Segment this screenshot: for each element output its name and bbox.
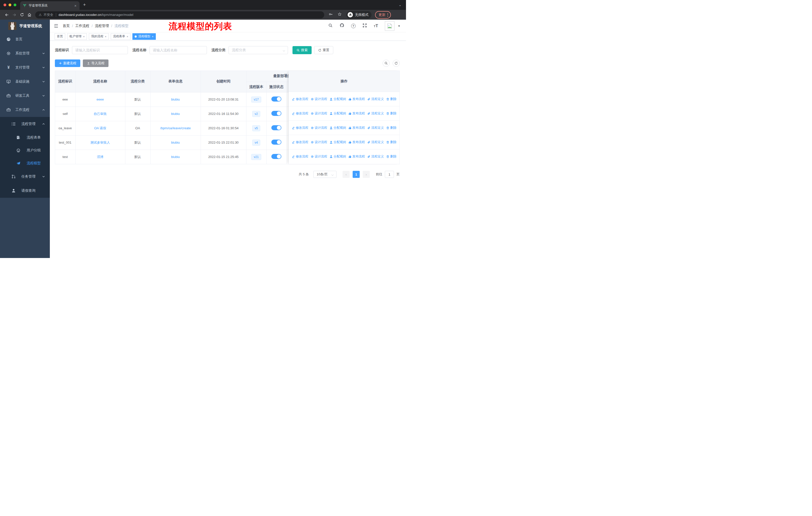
process-definition-link[interactable]: 流程定义 bbox=[367, 126, 384, 130]
design-process-link[interactable]: 设计流程 bbox=[311, 97, 327, 101]
delete-link[interactable]: 删除 bbox=[386, 126, 397, 130]
version-badge[interactable]: v21 bbox=[251, 154, 261, 160]
breadcrumb-home[interactable]: 首页 bbox=[63, 24, 70, 28]
close-window-button[interactable] bbox=[3, 3, 6, 6]
new-tab-button[interactable]: + bbox=[83, 2, 86, 7]
delete-link[interactable]: 删除 bbox=[386, 140, 397, 144]
close-icon[interactable]: × bbox=[83, 35, 85, 38]
active-toggle[interactable] bbox=[271, 154, 282, 159]
form-info-link[interactable]: biubiu bbox=[171, 141, 180, 144]
sidebar-item-process-mgmt[interactable]: 流程管理 bbox=[0, 117, 50, 131]
design-process-link[interactable]: 设计流程 bbox=[311, 155, 327, 159]
not-secure-label[interactable]: 不安全 bbox=[44, 12, 53, 17]
close-icon[interactable]: × bbox=[126, 35, 128, 38]
browser-menu-icon[interactable] bbox=[387, 13, 388, 17]
sidebar-item-user-group[interactable]: 用户分组 bbox=[0, 144, 50, 157]
process-name-link[interactable]: 滔博 bbox=[97, 155, 104, 159]
page-size-select[interactable]: 10条/页 bbox=[313, 171, 337, 178]
breadcrumb-process-mgmt[interactable]: 流程管理 bbox=[95, 24, 109, 28]
delete-link[interactable]: 删除 bbox=[386, 97, 397, 101]
version-badge[interactable]: v17 bbox=[251, 97, 261, 103]
sidebar-item-leave-query[interactable]: 请假查询 bbox=[0, 184, 50, 198]
form-info-link[interactable]: biubiu bbox=[171, 98, 180, 101]
sidebar-item-home[interactable]: 首页 bbox=[0, 32, 50, 46]
browser-update-button[interactable]: 更新 bbox=[375, 11, 391, 19]
assign-rule-link[interactable]: 分配规则 bbox=[329, 126, 346, 130]
delete-link[interactable]: 删除 bbox=[386, 155, 397, 159]
sidebar-collapse-icon[interactable] bbox=[54, 23, 59, 28]
github-icon[interactable] bbox=[340, 23, 344, 29]
sidebar-item-infra[interactable]: 基础设施 bbox=[0, 75, 50, 89]
create-process-button[interactable]: 新建流程 bbox=[55, 59, 80, 67]
publish-process-link[interactable]: 发布流程 bbox=[348, 111, 365, 116]
app-logo[interactable]: 芋道管理系统 bbox=[0, 20, 50, 32]
assign-rule-link[interactable]: 分配规则 bbox=[329, 155, 346, 159]
edit-process-link[interactable]: 修改流程 bbox=[292, 126, 308, 130]
active-toggle[interactable] bbox=[271, 97, 282, 102]
process-name-link[interactable]: eeee bbox=[97, 98, 104, 101]
version-badge[interactable]: v2 bbox=[252, 111, 261, 117]
process-name-link[interactable]: OA 请假 bbox=[94, 126, 106, 130]
sidebar-item-workflow[interactable]: 工作流程 bbox=[0, 103, 50, 117]
sidebar-item-process-form[interactable]: 流程表单 bbox=[0, 131, 50, 144]
address-bar[interactable]: ⚠ 不安全 dashboard.yudao.iocoder.cn/bpm/man… bbox=[35, 11, 324, 19]
fullscreen-icon[interactable] bbox=[362, 23, 367, 29]
close-icon[interactable]: × bbox=[152, 35, 153, 38]
publish-process-link[interactable]: 发布流程 bbox=[348, 126, 365, 130]
help-icon[interactable]: ? bbox=[351, 24, 356, 28]
back-icon[interactable] bbox=[3, 12, 10, 17]
process-definition-link[interactable]: 流程定义 bbox=[367, 111, 384, 116]
sidebar-item-task-mgmt[interactable]: 任务管理 bbox=[0, 169, 50, 184]
sidebar-item-devtools[interactable]: 研发工具 bbox=[0, 89, 50, 103]
design-process-link[interactable]: 设计流程 bbox=[311, 111, 327, 116]
delete-link[interactable]: 删除 bbox=[386, 111, 397, 116]
active-toggle[interactable] bbox=[271, 125, 282, 130]
form-info-link[interactable]: /bpm/oa/leave/create bbox=[160, 126, 191, 130]
password-key-icon[interactable] bbox=[329, 12, 333, 18]
tab-my-process[interactable]: 我的流程× bbox=[89, 33, 109, 40]
active-toggle[interactable] bbox=[271, 111, 282, 116]
tab-home[interactable]: 首页 bbox=[55, 33, 65, 40]
design-process-link[interactable]: 设计流程 bbox=[311, 140, 327, 144]
tab-search-chevron-icon[interactable]: ⌄ bbox=[399, 3, 402, 7]
tab-close-icon[interactable]: × bbox=[74, 4, 77, 7]
assign-rule-link[interactable]: 分配规则 bbox=[329, 111, 346, 116]
assign-rule-link[interactable]: 分配规则 bbox=[329, 97, 346, 101]
publish-process-link[interactable]: 发布流程 bbox=[348, 140, 365, 144]
edit-process-link[interactable]: 修改流程 bbox=[292, 155, 308, 159]
process-definition-link[interactable]: 流程定义 bbox=[367, 97, 384, 101]
process-definition-link[interactable]: 流程定义 bbox=[367, 155, 384, 159]
goto-page-input[interactable] bbox=[385, 171, 394, 178]
toggle-search-button[interactable] bbox=[383, 60, 389, 67]
refresh-table-button[interactable] bbox=[393, 60, 400, 67]
tab-process-model[interactable]: 流程模型× bbox=[133, 33, 155, 40]
reset-button[interactable]: 重置 bbox=[314, 46, 333, 54]
close-icon[interactable]: × bbox=[105, 35, 106, 38]
process-definition-link[interactable]: 流程定义 bbox=[367, 140, 384, 144]
prev-page-button[interactable]: ‹ bbox=[343, 171, 350, 178]
avatar-caret-icon[interactable]: ▼ bbox=[398, 24, 401, 27]
page-1-button[interactable]: 1 bbox=[353, 171, 360, 178]
next-page-button[interactable]: › bbox=[363, 171, 370, 178]
search-icon[interactable] bbox=[328, 23, 333, 29]
breadcrumb-workflow[interactable]: 工作流程 bbox=[75, 24, 89, 28]
process-name-link[interactable]: 测试多审批人 bbox=[90, 141, 110, 144]
form-info-link[interactable]: biubiu bbox=[171, 155, 180, 159]
zoom-window-button[interactable] bbox=[13, 3, 17, 6]
bookmark-star-icon[interactable] bbox=[338, 12, 342, 18]
process-name-input[interactable] bbox=[149, 46, 207, 54]
tab-process-form[interactable]: 流程表单× bbox=[111, 33, 130, 40]
version-badge[interactable]: v5 bbox=[252, 125, 261, 131]
import-process-button[interactable]: 导入流程 bbox=[83, 59, 109, 67]
forward-icon[interactable] bbox=[10, 12, 18, 17]
process-name-link[interactable]: 自己审批 bbox=[94, 112, 107, 116]
process-id-input[interactable] bbox=[72, 46, 128, 54]
edit-process-link[interactable]: 修改流程 bbox=[292, 140, 308, 144]
sidebar-item-pay[interactable]: ¥ 支付管理 bbox=[0, 60, 50, 75]
sidebar-item-process-model[interactable]: 流程模型 bbox=[0, 157, 50, 169]
search-button[interactable]: 搜索 bbox=[292, 46, 312, 54]
assign-rule-link[interactable]: 分配规则 bbox=[329, 140, 346, 144]
browser-tab[interactable]: 芋道管理系统 × bbox=[20, 1, 80, 10]
tab-tenant-mgmt[interactable]: 租户管理× bbox=[67, 33, 87, 40]
avatar[interactable] bbox=[385, 21, 395, 31]
